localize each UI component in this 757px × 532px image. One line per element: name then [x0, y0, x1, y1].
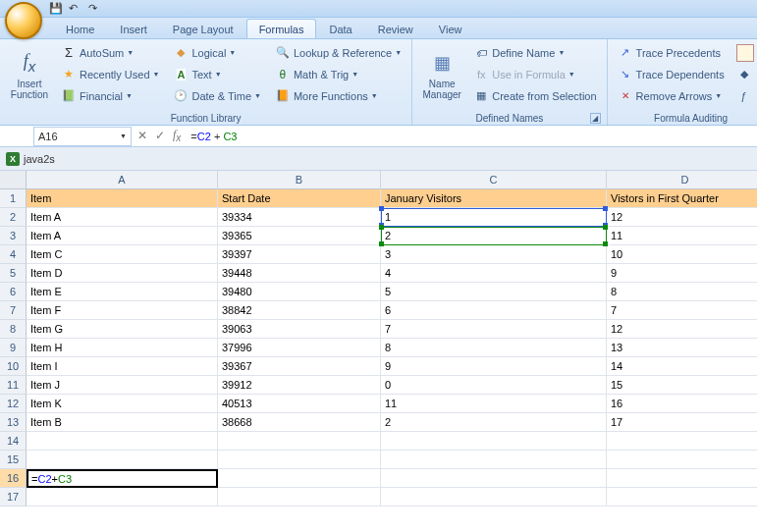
- tab-data[interactable]: Data: [316, 19, 364, 38]
- name-manager-button[interactable]: NameManager: [418, 42, 465, 107]
- cell[interactable]: 5: [381, 283, 607, 301]
- cell[interactable]: [607, 432, 757, 451]
- selection-handle[interactable]: [603, 241, 608, 246]
- row-header[interactable]: 14: [0, 432, 27, 451]
- cell[interactable]: 17: [607, 413, 757, 432]
- insert-function-button[interactable]: fx InsertFunction: [6, 42, 53, 107]
- cell[interactable]: 39334: [218, 208, 381, 227]
- qat-redo-icon[interactable]: ↷: [88, 2, 102, 16]
- cell[interactable]: 12: [607, 320, 757, 339]
- cell[interactable]: [27, 488, 218, 506]
- row-header[interactable]: 11: [0, 376, 27, 395]
- row-header[interactable]: 12: [0, 395, 27, 413]
- cell[interactable]: Item G: [27, 320, 218, 339]
- create-from-selection-button[interactable]: ▦Create from Selection: [469, 85, 600, 106]
- cell[interactable]: [218, 469, 381, 488]
- selection-handle[interactable]: [379, 241, 384, 246]
- cell[interactable]: Vistors in First Quarter: [607, 189, 757, 208]
- text-button[interactable]: Text▼: [169, 64, 264, 84]
- tab-page-layout[interactable]: Page Layout: [160, 19, 246, 38]
- use-in-formula-button[interactable]: fxUse in Formula▼: [469, 64, 600, 84]
- row-header[interactable]: 9: [0, 339, 27, 357]
- cell[interactable]: [27, 432, 218, 451]
- cell[interactable]: January Visitors: [381, 189, 607, 208]
- remove-arrows-button[interactable]: Remove Arrows▼: [614, 85, 729, 106]
- cell[interactable]: 9: [607, 264, 757, 283]
- cell[interactable]: [381, 451, 607, 469]
- cell[interactable]: 10: [607, 245, 757, 264]
- col-header-d[interactable]: D: [607, 171, 757, 189]
- row-header[interactable]: 5: [0, 264, 27, 283]
- tab-home[interactable]: Home: [53, 19, 107, 38]
- selection-handle[interactable]: [379, 225, 384, 230]
- row-header[interactable]: 17: [0, 488, 27, 506]
- cell[interactable]: 39367: [218, 357, 381, 376]
- financial-button[interactable]: Financial▼: [57, 85, 163, 106]
- active-cell[interactable]: =C2 + C3: [27, 469, 218, 488]
- trace-dependents-button[interactable]: Trace Dependents: [614, 64, 729, 84]
- row-header[interactable]: 8: [0, 320, 27, 339]
- tab-insert[interactable]: Insert: [107, 19, 160, 38]
- cell[interactable]: Item K: [27, 395, 218, 413]
- cell[interactable]: 40513: [218, 395, 381, 413]
- cell[interactable]: Item C: [27, 245, 218, 264]
- cell[interactable]: Item J: [27, 376, 218, 395]
- cell[interactable]: 14: [607, 357, 757, 376]
- selection-handle[interactable]: [379, 206, 384, 211]
- recently-used-button[interactable]: Recently Used▼: [57, 64, 163, 84]
- error-check-button[interactable]: [732, 42, 757, 63]
- cell[interactable]: 16: [607, 395, 757, 413]
- cell[interactable]: 6: [381, 301, 607, 320]
- cell[interactable]: 13: [607, 339, 757, 357]
- cell[interactable]: 8: [381, 339, 607, 357]
- date-time-button[interactable]: Date & Time▼: [169, 85, 264, 106]
- row-header[interactable]: 10: [0, 357, 27, 376]
- cell[interactable]: [27, 451, 218, 469]
- spreadsheet-grid[interactable]: A B C D 1 Item Start Date January Visito…: [0, 171, 757, 506]
- cell[interactable]: 38842: [218, 301, 381, 320]
- cell[interactable]: 11: [607, 227, 757, 245]
- cell[interactable]: 12: [607, 208, 757, 227]
- name-box[interactable]: A16▼: [33, 127, 132, 146]
- cell[interactable]: 7: [607, 301, 757, 320]
- cell[interactable]: 39397: [218, 245, 381, 264]
- cell[interactable]: Item E: [27, 283, 218, 301]
- row-header[interactable]: 4: [0, 245, 27, 264]
- cell[interactable]: 1: [381, 208, 607, 227]
- cell[interactable]: 39480: [218, 283, 381, 301]
- qat-save-icon[interactable]: 💾: [49, 2, 63, 16]
- cell[interactable]: [381, 469, 607, 488]
- row-header[interactable]: 3: [0, 227, 27, 245]
- cell[interactable]: 38668: [218, 413, 381, 432]
- row-header[interactable]: 15: [0, 451, 27, 469]
- qat-undo-icon[interactable]: ↶: [69, 2, 82, 16]
- cell[interactable]: 39063: [218, 320, 381, 339]
- select-all-corner[interactable]: [0, 171, 27, 189]
- selection-handle[interactable]: [603, 206, 608, 211]
- col-header-b[interactable]: B: [218, 171, 381, 189]
- cell[interactable]: 0: [381, 376, 607, 395]
- cell[interactable]: [381, 488, 607, 506]
- more-functions-button[interactable]: More Functions▼: [271, 85, 406, 106]
- cell[interactable]: Item A: [27, 227, 218, 245]
- cell[interactable]: 39912: [218, 376, 381, 395]
- cell[interactable]: [218, 432, 381, 451]
- evaluate-formula-button[interactable]: ƒ: [732, 85, 757, 106]
- workbook-name[interactable]: java2s: [24, 153, 55, 165]
- autosum-button[interactable]: AutoSum▼: [57, 42, 163, 63]
- tab-review[interactable]: Review: [365, 19, 426, 38]
- cell[interactable]: 11: [381, 395, 607, 413]
- cell[interactable]: 3: [381, 245, 607, 264]
- cell[interactable]: [381, 432, 607, 451]
- cell[interactable]: Item: [27, 189, 218, 208]
- cell[interactable]: [218, 488, 381, 506]
- row-header-active[interactable]: 16: [0, 469, 27, 488]
- cell[interactable]: 7: [381, 320, 607, 339]
- office-button[interactable]: [5, 2, 42, 39]
- cell[interactable]: Item A: [27, 208, 218, 227]
- row-header[interactable]: 7: [0, 301, 27, 320]
- cell[interactable]: 2: [381, 227, 607, 245]
- cell[interactable]: Item I: [27, 357, 218, 376]
- col-header-a[interactable]: A: [27, 171, 218, 189]
- formula-input[interactable]: =C2 + C3: [185, 131, 757, 142]
